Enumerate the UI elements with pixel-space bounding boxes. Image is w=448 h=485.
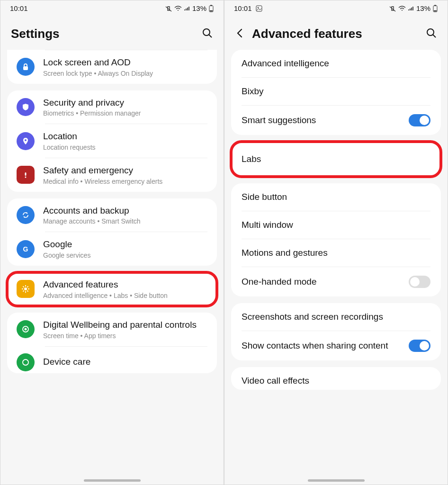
settings-header: Settings <box>0 14 224 50</box>
settings-group: Security and privacy Biometrics • Permis… <box>7 90 217 192</box>
item-subtitle: Biometrics • Permission manager <box>43 109 207 117</box>
settings-item-security[interactable]: Security and privacy Biometrics • Permis… <box>7 90 217 124</box>
item-label: Show contacts when sharing content <box>242 340 409 352</box>
search-icon[interactable] <box>426 27 437 41</box>
settings-item-google[interactable]: G Google Google services <box>7 232 217 266</box>
settings-group: Digital Wellbeing and parental controls … <box>7 313 217 373</box>
feature-item-one-handed[interactable]: One-handed mode <box>231 267 441 296</box>
item-label: Labs <box>242 154 430 164</box>
battery-text: 13% <box>416 4 430 12</box>
feature-item-smart-suggestions[interactable]: Smart suggestions <box>231 106 441 135</box>
settings-group: Accounts and backup Manage accounts • Sm… <box>7 198 217 266</box>
advanced-header: Advanced features <box>224 14 448 50</box>
item-label: One-handed mode <box>242 277 409 287</box>
signal-icon <box>184 6 190 11</box>
battery-icon <box>432 5 438 12</box>
item-title: Digital Wellbeing and parental controls <box>43 319 207 331</box>
feature-group: Side button Multi window Motions and ges… <box>231 183 441 296</box>
gesture-bar[interactable] <box>84 479 141 482</box>
image-icon <box>256 5 262 12</box>
search-icon[interactable] <box>202 27 213 41</box>
sync-icon <box>17 206 35 224</box>
item-subtitle: Screen lock type • Always On Display <box>43 70 207 77</box>
item-subtitle: Screen time • App timers <box>43 332 207 340</box>
status-time: 10:01 <box>234 4 262 12</box>
svg-line-16 <box>27 291 28 292</box>
svg-rect-5 <box>23 66 28 70</box>
item-label: Motions and gestures <box>242 248 430 258</box>
svg-line-17 <box>23 291 24 292</box>
svg-line-4 <box>209 35 212 37</box>
feature-group: Video call effects <box>231 367 441 390</box>
svg-point-21 <box>23 359 28 365</box>
svg-point-3 <box>203 29 210 36</box>
toggle-show-contacts[interactable] <box>409 340 430 352</box>
item-label: Smart suggestions <box>242 115 409 126</box>
svg-text:G: G <box>23 245 28 253</box>
google-icon: G <box>17 240 35 258</box>
settings-pane: 10:01 13% Settings Lock screen and AOD S… <box>0 0 224 485</box>
settings-item-location[interactable]: Location Location requests <box>7 124 217 158</box>
item-title: Google <box>43 239 207 251</box>
gear-icon <box>17 280 35 298</box>
item-subtitle: Advanced intelligence • Labs • Side butt… <box>43 292 207 299</box>
feature-item-video-call[interactable]: Video call effects <box>231 367 441 390</box>
feature-item-side-button[interactable]: Side button <box>231 183 441 211</box>
alert-icon <box>17 166 35 184</box>
feature-item-multi-window[interactable]: Multi window <box>231 211 441 239</box>
feature-item-advanced-intelligence[interactable]: Advanced intelligence <box>231 50 441 77</box>
item-title: Accounts and backup <box>43 205 207 217</box>
item-title: Device care <box>43 356 207 368</box>
settings-item-accounts[interactable]: Accounts and backup Manage accounts • Sm… <box>7 198 217 232</box>
toggle-smart-suggestions[interactable] <box>409 114 430 126</box>
item-label: Side button <box>242 192 430 202</box>
feature-group: Screenshots and screen recordings Show c… <box>231 303 441 360</box>
advanced-features-pane: 10:01 13% Advanced features Advanced int… <box>224 0 448 485</box>
status-bar: 10:01 13% <box>0 0 224 14</box>
item-subtitle: Google services <box>43 251 207 259</box>
svg-point-6 <box>25 139 27 141</box>
status-icons: 13% <box>165 4 214 12</box>
battery-icon <box>208 5 214 12</box>
settings-item-lock-screen[interactable]: Lock screen and AOD Screen lock type • A… <box>7 50 217 84</box>
svg-point-27 <box>427 29 434 36</box>
svg-rect-22 <box>256 6 262 11</box>
feature-item-screenshots[interactable]: Screenshots and screen recordings <box>231 303 441 331</box>
svg-rect-2 <box>210 10 213 11</box>
signal-icon <box>408 6 414 11</box>
gesture-bar[interactable] <box>308 479 365 482</box>
status-icons: 13% <box>389 4 438 12</box>
item-label: Advanced intelligence <box>242 58 430 69</box>
shield-icon <box>17 98 35 116</box>
back-icon[interactable] <box>235 28 245 40</box>
item-title: Safety and emergency <box>43 165 207 177</box>
item-label: Video call effects <box>242 376 430 386</box>
wifi-icon <box>174 6 182 11</box>
svg-rect-26 <box>434 10 437 11</box>
settings-item-device-care[interactable]: Device care <box>7 347 217 373</box>
item-title: Lock screen and AOD <box>43 57 207 69</box>
feature-item-labs[interactable]: Labs <box>231 142 441 177</box>
item-subtitle: Manage accounts • Smart Switch <box>43 217 207 225</box>
toggle-one-handed[interactable] <box>409 276 430 288</box>
svg-rect-7 <box>25 172 27 176</box>
care-icon <box>17 353 35 371</box>
svg-rect-1 <box>210 5 212 6</box>
page-title: Settings <box>11 27 202 41</box>
wellbeing-icon <box>17 320 35 338</box>
svg-point-23 <box>258 7 259 8</box>
pin-icon <box>17 132 35 150</box>
item-title: Advanced features <box>43 279 207 291</box>
settings-item-wellbeing[interactable]: Digital Wellbeing and parental controls … <box>7 313 217 346</box>
feature-item-show-contacts[interactable]: Show contacts when sharing content <box>231 331 441 360</box>
svg-line-15 <box>23 287 24 287</box>
feature-item-motions[interactable]: Motions and gestures <box>231 239 441 267</box>
wifi-icon <box>398 6 406 11</box>
feature-item-bixby[interactable]: Bixby <box>231 78 441 105</box>
status-time: 10:01 <box>10 4 28 12</box>
settings-item-advanced-features[interactable]: Advanced features Advanced intelligence … <box>7 272 217 306</box>
item-label: Screenshots and screen recordings <box>242 312 430 322</box>
svg-line-18 <box>27 287 28 287</box>
feature-group: Advanced intelligence Bixby Smart sugges… <box>231 50 441 135</box>
settings-item-safety[interactable]: Safety and emergency Medical info • Wire… <box>7 158 217 192</box>
